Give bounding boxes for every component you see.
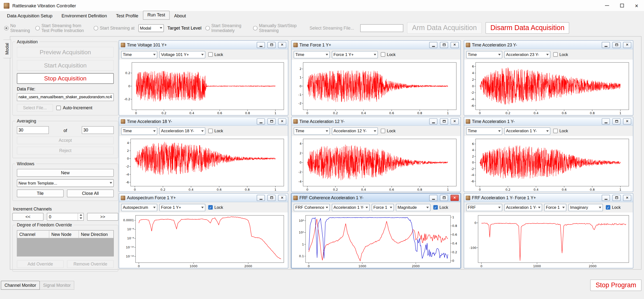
- plot-window-titlebar[interactable]: Autospectrum Force 1 Y+×: [119, 194, 288, 202]
- plot-type-select[interactable]: Time: [121, 127, 157, 134]
- minimize-button[interactable]: [257, 42, 265, 48]
- plot-window-titlebar[interactable]: Time Acceleration 23 Y-×: [464, 41, 633, 49]
- lock-checkbox[interactable]: Lock: [208, 129, 223, 133]
- plot-type-select[interactable]: Time: [466, 51, 502, 58]
- spinner-down-icon[interactable]: [80, 218, 82, 219]
- channel-select[interactable]: Acceleration 1 Y-: [332, 204, 370, 211]
- maximize-button[interactable]: [267, 195, 276, 201]
- plot-window-titlebar[interactable]: Time Acceleration 1 Y-×: [464, 117, 633, 126]
- plot-type-select[interactable]: Time: [466, 127, 502, 134]
- streaming-file-input[interactable]: [360, 24, 404, 32]
- radio-manually-start-stop-streaming[interactable]: Manually Start/Stop Streaming: [253, 23, 304, 33]
- plot-window-titlebar[interactable]: Time Acceleration 12 Y-×: [292, 117, 460, 126]
- spinner-arrows[interactable]: [78, 213, 84, 220]
- close-button[interactable]: ×: [450, 195, 459, 201]
- component-select[interactable]: Magnitude: [396, 204, 430, 211]
- preview-acquisition-button[interactable]: Preview Acquisition: [17, 47, 114, 58]
- radio-start-streaming-from-test-profile[interactable]: Start Streaming from Test Profile Instru…: [36, 23, 90, 33]
- tab-about[interactable]: About: [170, 12, 190, 20]
- start-acquisition-button[interactable]: Start Acquisition: [17, 60, 114, 71]
- select-file-button[interactable]: Select File...: [17, 104, 53, 112]
- lock-checkbox[interactable]: Lock: [553, 129, 568, 133]
- close-button[interactable]: ×: [623, 42, 631, 48]
- averages-current-input[interactable]: [17, 126, 49, 134]
- channel-select[interactable]: Voltage 101 Y+: [159, 51, 205, 58]
- minimize-button[interactable]: [602, 118, 610, 124]
- add-override-button[interactable]: Add Override: [17, 260, 64, 268]
- component-select[interactable]: Imaginary: [568, 204, 603, 211]
- plot-type-select[interactable]: Time: [121, 51, 157, 58]
- window-titlebar[interactable]: Rattlesnake Vibration Controller ×: [0, 0, 644, 11]
- close-button[interactable]: ×: [450, 42, 459, 48]
- new-from-template-select[interactable]: New from Template...: [17, 179, 114, 187]
- close-button[interactable]: ×: [278, 42, 286, 48]
- lock-checkbox[interactable]: Lock: [381, 52, 396, 57]
- channel-select[interactable]: Force 1 Y+: [332, 51, 378, 58]
- window-maximize-button[interactable]: [614, 0, 629, 11]
- minimize-button[interactable]: [257, 118, 265, 124]
- minimize-button[interactable]: [429, 195, 438, 201]
- plot-window-titlebar[interactable]: FRF Coherence Acceleration 1 Y-×: [292, 194, 460, 202]
- lock-checkbox[interactable]: ✓Lock: [606, 205, 621, 209]
- minimize-button[interactable]: [429, 118, 438, 124]
- plot-type-select[interactable]: FRF: [466, 204, 502, 211]
- lock-checkbox[interactable]: Lock: [381, 129, 396, 133]
- maximize-button[interactable]: [612, 195, 621, 201]
- maximize-button[interactable]: [612, 42, 621, 48]
- next-channel-button[interactable]: >>: [87, 213, 118, 220]
- increment-channel-spinner[interactable]: 0: [47, 213, 84, 220]
- radio-start-streaming-immediately[interactable]: Start Streaming Immediately: [205, 23, 249, 33]
- spinner-up-icon[interactable]: [80, 214, 82, 216]
- lock-checkbox[interactable]: ✓Lock: [208, 205, 223, 209]
- channel-select[interactable]: Acceleration 1 Y-: [504, 127, 550, 134]
- plot-type-select[interactable]: Autospectrum: [121, 204, 157, 211]
- plot-type-select[interactable]: Time: [294, 127, 330, 134]
- remove-override-button[interactable]: Remove Override: [67, 260, 114, 268]
- minimize-button[interactable]: [429, 42, 438, 48]
- channel-select[interactable]: Acceleration 12 Y-: [332, 127, 378, 134]
- maximize-button[interactable]: [612, 118, 621, 124]
- plot-window-titlebar[interactable]: Time Voltage 101 Y+×: [119, 41, 288, 49]
- new-window-button[interactable]: New: [17, 169, 114, 176]
- tile-button[interactable]: Tile: [17, 189, 64, 197]
- accept-button[interactable]: Accept: [17, 136, 114, 144]
- averages-total-input[interactable]: [82, 126, 114, 134]
- lock-checkbox[interactable]: Lock: [208, 52, 223, 57]
- side-tab-modal[interactable]: Modal: [3, 39, 11, 58]
- maximize-button[interactable]: [440, 42, 448, 48]
- plot-type-select[interactable]: FRF Coherence: [294, 204, 330, 211]
- tab-run-test[interactable]: Run Test: [143, 11, 170, 20]
- reference-channel-select[interactable]: Force 1 `: [544, 204, 566, 211]
- close-button[interactable]: ×: [623, 195, 631, 201]
- streaming-level-select[interactable]: Modal: [138, 24, 164, 32]
- plot-window-titlebar[interactable]: Time Force 1 Y+×: [292, 41, 460, 49]
- minimize-button[interactable]: [602, 42, 610, 48]
- radio-no-streaming[interactable]: No Streaming: [4, 23, 32, 33]
- maximize-button[interactable]: [440, 118, 448, 124]
- auto-increment-checkbox[interactable]: Auto-Increment: [56, 105, 92, 110]
- tab-test-profile[interactable]: Test Profile: [112, 12, 143, 20]
- previous-channel-button[interactable]: <<: [12, 213, 44, 220]
- tab-channel-monitor[interactable]: Channel Monitor: [1, 281, 40, 290]
- plot-window-titlebar[interactable]: FRF Acceleration 1 Y- Force 1 Y+×: [464, 194, 633, 202]
- tab-environment-definition[interactable]: Environment Definition: [57, 12, 112, 20]
- reference-channel-select[interactable]: Force 1 `: [372, 204, 394, 211]
- channel-select[interactable]: Acceleration 1 Y-: [504, 204, 542, 211]
- channel-select[interactable]: Force 1 Y+: [159, 204, 205, 211]
- lock-checkbox[interactable]: ✓Lock: [434, 205, 448, 209]
- maximize-button[interactable]: [440, 195, 448, 201]
- maximize-button[interactable]: [267, 42, 276, 48]
- window-minimize-button[interactable]: [600, 0, 614, 11]
- window-close-button[interactable]: ×: [629, 0, 644, 11]
- minimize-button[interactable]: [257, 195, 265, 201]
- maximize-button[interactable]: [267, 118, 276, 124]
- close-button[interactable]: ×: [623, 118, 631, 124]
- radio-start-streaming-at[interactable]: Start Streaming at: [94, 26, 134, 30]
- dof-override-table[interactable]: Channel New Node New Direction: [17, 230, 114, 256]
- close-button[interactable]: ×: [278, 118, 286, 124]
- tab-data-acquisition-setup[interactable]: Data Acquisition Setup: [2, 12, 57, 20]
- plot-type-select[interactable]: Time: [294, 51, 330, 58]
- plot-window-titlebar[interactable]: Time Acceleration 18 Y-×: [119, 117, 288, 126]
- lock-checkbox[interactable]: Lock: [553, 52, 568, 57]
- stop-acquisition-button[interactable]: Stop Acquisition: [17, 73, 114, 84]
